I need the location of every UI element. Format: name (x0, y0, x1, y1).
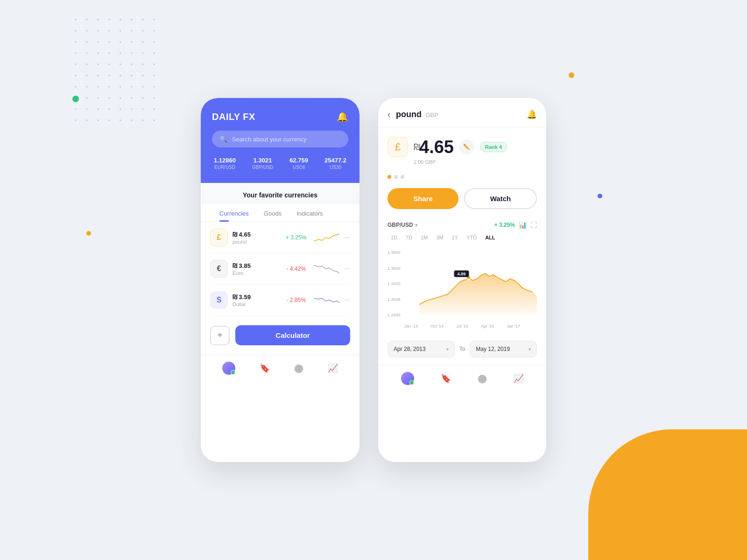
x-label: Jan '17 (507, 324, 520, 329)
table-row[interactable]: £ ₪ 4.65 pound + 3.25% ··· (210, 222, 350, 253)
table-row[interactable]: S ₪ 3.59 Dollar - 2.85% ··· (210, 285, 350, 316)
search-bar[interactable]: 🔍 (212, 131, 348, 147)
currency-name: pound (233, 239, 279, 245)
phone2-header: ‹ pound GBP 🔔 (378, 98, 546, 127)
tabs-row: Currencies Goods Indicators (201, 204, 359, 222)
y-labels: 1.3800 1.3600 1.3400 1.3038 1.2400 (388, 246, 401, 321)
avatar[interactable] (401, 372, 414, 385)
chart-header: GBP/USD ▾ + 3.25% 📊 ⛶ (388, 221, 537, 229)
currency-info: ₪ 4.65 pound (233, 231, 279, 245)
date-range-row: Apr 28, 2013 ▾ To May 12, 2019 ▾ (378, 333, 546, 365)
ticker-usoil: 62.759 USOil (289, 157, 308, 170)
tab-currencies[interactable]: Currencies (212, 204, 256, 222)
more-options-icon[interactable]: ··· (344, 265, 350, 273)
search-icon: 🔍 (219, 135, 227, 143)
search-input[interactable] (232, 136, 341, 143)
avatar[interactable] (222, 362, 235, 375)
dot-inactive (401, 175, 404, 179)
price-row: £ ₪ 4.65 ✏️ Rank 4 (388, 137, 537, 157)
currency-code: GBP (425, 112, 438, 119)
currency-value: ₪ 3.85 (233, 262, 279, 269)
mini-chart-pound (314, 231, 339, 244)
x-labels: Jan '14 Oct '14 Jul '15 Apr '16 Jan '17 (388, 324, 537, 329)
tab-indicators[interactable]: Indicators (289, 204, 330, 222)
ticker-value: 62.759 (289, 157, 308, 164)
chart-pair: GBP/USD ▾ (388, 222, 417, 228)
share-button[interactable]: Share (388, 188, 458, 209)
price-value: 4.65 (419, 137, 454, 157)
euro-icon: € (210, 260, 228, 278)
notification-icon[interactable]: 🔔 (527, 109, 537, 119)
chart-icon[interactable]: 📈 (328, 363, 338, 373)
phone2-bottom-nav: 🔖 ⬤ 📈 (378, 365, 546, 392)
currency-title-group: pound GBP (396, 110, 527, 119)
base-currency: 1.00 GBP (388, 159, 537, 165)
phone1: DAILY FX 🔔 🔍 1.12860 EUR/USD 1.3021 GBP/… (201, 98, 359, 462)
add-button[interactable]: + (210, 326, 230, 345)
time-1d[interactable]: 1D (388, 233, 401, 242)
time-1m[interactable]: 1M (417, 233, 431, 242)
orange-dot-right (569, 72, 574, 78)
orange-shape (588, 429, 747, 560)
chart-section: GBP/USD ▾ + 3.25% 📊 ⛶ 1D 7D 1M 3M 1Y YTD… (378, 217, 546, 333)
ticker-label: EUR/USD (214, 165, 236, 170)
green-dot (72, 96, 79, 102)
expand-icon[interactable]: ⛶ (530, 221, 537, 229)
toggle-icon[interactable]: ⬤ (294, 363, 303, 373)
ticker-value: 1.12860 (214, 157, 236, 164)
toggle-icon[interactable]: ⬤ (478, 373, 487, 384)
x-label: Apr '16 (481, 324, 494, 329)
more-options-icon[interactable]: ··· (344, 296, 350, 304)
y-label: 1.2400 (388, 313, 401, 317)
currency-change: - 4.42% (283, 266, 309, 272)
favorites-title: Your favorite currencies (201, 183, 359, 204)
y-label: 1.3600 (388, 266, 401, 271)
ticker-value: 25477.2 (324, 157, 346, 164)
bookmark-icon[interactable]: 🔖 (260, 363, 270, 373)
phone1-header: DAILY FX 🔔 🔍 1.12860 EUR/USD 1.3021 GBP/… (201, 98, 359, 183)
tab-goods[interactable]: Goods (256, 204, 289, 222)
dots-indicator (378, 169, 546, 184)
bottom-nav: 🔖 ⬤ 📈 (201, 355, 359, 381)
chart-change: + 3.25% (494, 222, 515, 228)
time-3m[interactable]: 3M (433, 233, 446, 242)
currency-name: Euro (233, 270, 279, 276)
date-to-select[interactable]: May 12, 2019 ▾ (470, 341, 537, 357)
currency-info: ₪ 3.85 Euro (233, 262, 279, 276)
dot-inactive (394, 175, 398, 179)
y-label: 1.3038 (388, 297, 401, 302)
bar-chart-icon[interactable]: 📊 (519, 221, 527, 229)
notification-icon[interactable]: 🔔 (337, 111, 348, 122)
date-from-select[interactable]: Apr 28, 2013 ▾ (388, 341, 455, 357)
x-label: Oct '14 (430, 324, 444, 329)
dot-grid: (function(){ const dg = document.querySe… (75, 19, 162, 128)
ticker-row: 1.12860 EUR/USD 1.3021 GBP/USD 62.759 US… (212, 157, 348, 170)
time-7d[interactable]: 7D (402, 233, 416, 242)
edit-button[interactable]: ✏️ (459, 140, 474, 154)
back-button[interactable]: ‹ (388, 110, 390, 119)
price-section: £ ₪ 4.65 ✏️ Rank 4 1.00 GBP (378, 127, 546, 169)
table-row[interactable]: € ₪ 3.85 Euro - 4.42% ··· (210, 253, 350, 285)
title-row: DAILY FX 🔔 (212, 111, 348, 122)
calculator-button[interactable]: Calculator (235, 325, 350, 345)
pound-large-icon: £ (388, 137, 408, 157)
date-to-label: To (459, 346, 465, 352)
chart-icon[interactable]: 📈 (514, 373, 524, 384)
x-label: Jul '15 (456, 324, 468, 329)
phone1-body: Your favorite currencies Currencies Good… (201, 183, 359, 381)
watch-button[interactable]: Watch (464, 188, 537, 209)
time-all[interactable]: ALL (482, 233, 498, 242)
footer-actions: + Calculator (201, 316, 359, 355)
blue-dot (598, 194, 602, 198)
ticker-eurusd: 1.12860 EUR/USD (214, 157, 236, 170)
ticker-label: USOil (289, 165, 308, 170)
app-title: DAILY FX (212, 112, 255, 122)
bookmark-icon[interactable]: 🔖 (441, 373, 451, 384)
time-1y[interactable]: 1Y (449, 233, 461, 242)
currency-value: ₪ 3.59 (233, 294, 279, 301)
more-options-icon[interactable]: ··· (344, 233, 350, 242)
mini-chart-euro (314, 262, 339, 275)
mini-chart-dollar (314, 294, 339, 307)
time-ytd[interactable]: YTD (463, 233, 480, 242)
dot-active (388, 175, 391, 179)
